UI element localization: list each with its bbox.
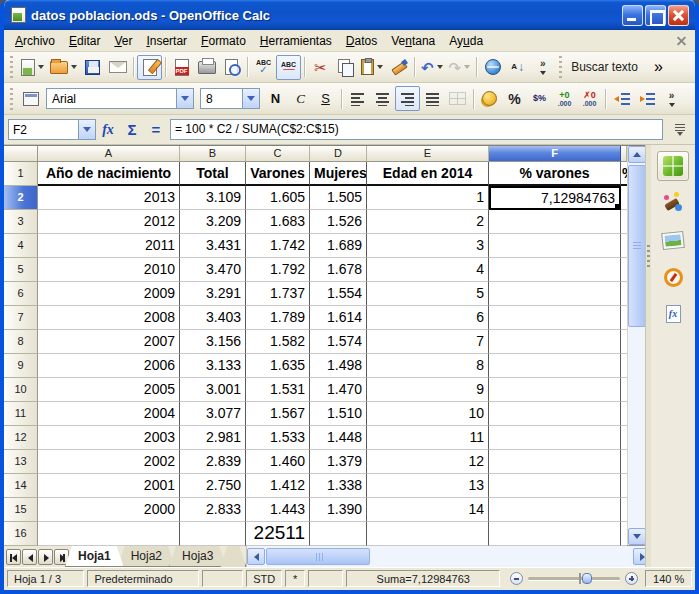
cell-E6[interactable]: 5 bbox=[367, 282, 489, 306]
sheet-tab-hoja3[interactable]: Hoja3 bbox=[169, 546, 226, 567]
spellcheck-button[interactable]: ABC✓ bbox=[251, 55, 276, 80]
menu-ver[interactable]: Ver bbox=[107, 32, 139, 50]
font-size-combo[interactable]: 8 bbox=[200, 88, 260, 109]
font-name-value[interactable]: Arial bbox=[47, 92, 176, 106]
cell-E12[interactable]: 11 bbox=[367, 426, 489, 450]
name-box[interactable]: F2 bbox=[8, 119, 96, 140]
cell-F16[interactable] bbox=[489, 522, 621, 546]
cell-E7[interactable]: 6 bbox=[367, 306, 489, 330]
cell-D8[interactable]: 1.574 bbox=[310, 330, 367, 354]
title-bar[interactable]: datos poblacion.ods - OpenOffice Calc bbox=[4, 0, 695, 30]
cell-F12[interactable] bbox=[489, 426, 621, 450]
cell-B15[interactable]: 2.833 bbox=[180, 498, 246, 522]
sidebar-deck-navigator-button[interactable] bbox=[657, 262, 689, 292]
cell-C6[interactable]: 1.737 bbox=[246, 282, 310, 306]
cell-F6[interactable] bbox=[489, 282, 621, 306]
horizontal-scroll-track[interactable] bbox=[265, 548, 633, 566]
cell-A13[interactable]: 2002 bbox=[38, 450, 180, 474]
row-header-12[interactable]: 12 bbox=[4, 426, 38, 450]
undo-button[interactable]: ↶ bbox=[418, 55, 446, 80]
email-button[interactable] bbox=[105, 55, 130, 80]
row-header-2[interactable]: 2 bbox=[4, 186, 38, 210]
cell-F1[interactable]: % varones bbox=[489, 162, 621, 186]
bold-button[interactable]: N bbox=[263, 86, 288, 111]
input-line[interactable]: = 100 * C2 / SUMA(C$2:C$15) bbox=[170, 119, 663, 140]
cell-E15[interactable]: 14 bbox=[367, 498, 489, 522]
column-header-C[interactable]: C bbox=[246, 146, 310, 162]
row-header-11[interactable]: 11 bbox=[4, 402, 38, 426]
sidebar-splitter[interactable] bbox=[645, 145, 651, 567]
horizontal-scrollbar[interactable] bbox=[246, 546, 651, 567]
function-button[interactable]: = bbox=[144, 118, 168, 142]
formula-bar-more-icon[interactable] bbox=[669, 124, 691, 136]
selection-mode[interactable]: STD bbox=[246, 570, 282, 587]
decrease-indent-button[interactable] bbox=[609, 86, 634, 111]
font-name-combo[interactable]: Arial bbox=[46, 88, 194, 109]
cell-C4[interactable]: 1.742 bbox=[246, 234, 310, 258]
cell-A5[interactable]: 2010 bbox=[38, 258, 180, 282]
align-left-button[interactable] bbox=[345, 86, 370, 111]
cell-A2[interactable]: 2013 bbox=[38, 186, 180, 210]
zoom-level[interactable]: 140 % bbox=[645, 570, 692, 587]
page-style[interactable]: Predeterminado bbox=[87, 570, 199, 587]
sort-ascending-button[interactable]: A↓ bbox=[505, 55, 530, 80]
cell-A8[interactable]: 2007 bbox=[38, 330, 180, 354]
menu-archivo[interactable]: Archivo bbox=[8, 32, 62, 50]
cell-C8[interactable]: 1.582 bbox=[246, 330, 310, 354]
cell-F14[interactable] bbox=[489, 474, 621, 498]
fill-handle[interactable] bbox=[615, 204, 620, 209]
sidebar-deck-styles-button[interactable] bbox=[657, 188, 689, 218]
menu-insertar[interactable]: Insertar bbox=[139, 32, 194, 50]
cell-D5[interactable]: 1.678 bbox=[310, 258, 367, 282]
percent-format-button[interactable]: % bbox=[502, 86, 527, 111]
cell-D6[interactable]: 1.554 bbox=[310, 282, 367, 306]
row-header-16[interactable]: 16 bbox=[4, 522, 38, 546]
row-header-15[interactable]: 15 bbox=[4, 498, 38, 522]
menu-datos[interactable]: Datos bbox=[339, 32, 384, 50]
cell-A3[interactable]: 2012 bbox=[38, 210, 180, 234]
cell-E16[interactable] bbox=[367, 522, 489, 546]
dropdown-arrow-icon[interactable] bbox=[71, 65, 77, 69]
print-button[interactable] bbox=[194, 55, 219, 80]
cell-B10[interactable]: 3.001 bbox=[180, 378, 246, 402]
cell-A6[interactable]: 2009 bbox=[38, 282, 180, 306]
cell-E13[interactable]: 12 bbox=[367, 450, 489, 474]
cell-C14[interactable]: 1.412 bbox=[246, 474, 310, 498]
cell-E2[interactable]: 1 bbox=[367, 186, 489, 210]
cell-F11[interactable] bbox=[489, 402, 621, 426]
cell-F15[interactable] bbox=[489, 498, 621, 522]
next-sheet-button[interactable] bbox=[38, 549, 53, 565]
new-document-button[interactable] bbox=[18, 55, 47, 80]
cell-C11[interactable]: 1.567 bbox=[246, 402, 310, 426]
delete-decimal-button[interactable]: ✗0.000 bbox=[577, 86, 602, 111]
cell-A9[interactable]: 2006 bbox=[38, 354, 180, 378]
cell-F2[interactable]: 7,12984763 bbox=[489, 186, 621, 210]
cell-C1[interactable]: Varones bbox=[246, 162, 310, 186]
cell-D1[interactable]: Mujeres bbox=[310, 162, 367, 186]
cell-E9[interactable]: 8 bbox=[367, 354, 489, 378]
cell-A12[interactable]: 2003 bbox=[38, 426, 180, 450]
cell-C7[interactable]: 1.789 bbox=[246, 306, 310, 330]
paste-button[interactable] bbox=[358, 55, 386, 80]
cell-F3[interactable] bbox=[489, 210, 621, 234]
cell-D16[interactable] bbox=[310, 522, 367, 546]
cell-B6[interactable]: 3.291 bbox=[180, 282, 246, 306]
cell-B3[interactable]: 3.209 bbox=[180, 210, 246, 234]
cell-A15[interactable]: 2000 bbox=[38, 498, 180, 522]
menu-ayuda[interactable]: Ayuda bbox=[442, 32, 490, 50]
scroll-down-button[interactable] bbox=[628, 528, 646, 545]
styles-and-formatting-button[interactable] bbox=[18, 86, 43, 111]
dropdown-arrow-icon[interactable] bbox=[38, 65, 44, 69]
minimize-button[interactable] bbox=[622, 5, 643, 26]
cell-C10[interactable]: 1.531 bbox=[246, 378, 310, 402]
cell-F5[interactable] bbox=[489, 258, 621, 282]
cell-A10[interactable]: 2005 bbox=[38, 378, 180, 402]
cell-D9[interactable]: 1.498 bbox=[310, 354, 367, 378]
scroll-up-button[interactable] bbox=[628, 146, 646, 163]
cell-B8[interactable]: 3.156 bbox=[180, 330, 246, 354]
column-header-A[interactable]: A bbox=[38, 146, 180, 162]
cell-D2[interactable]: 1.505 bbox=[310, 186, 367, 210]
increase-indent-button[interactable] bbox=[634, 86, 659, 111]
row-header-1[interactable]: 1 bbox=[4, 162, 38, 186]
row-header-5[interactable]: 5 bbox=[4, 258, 38, 282]
